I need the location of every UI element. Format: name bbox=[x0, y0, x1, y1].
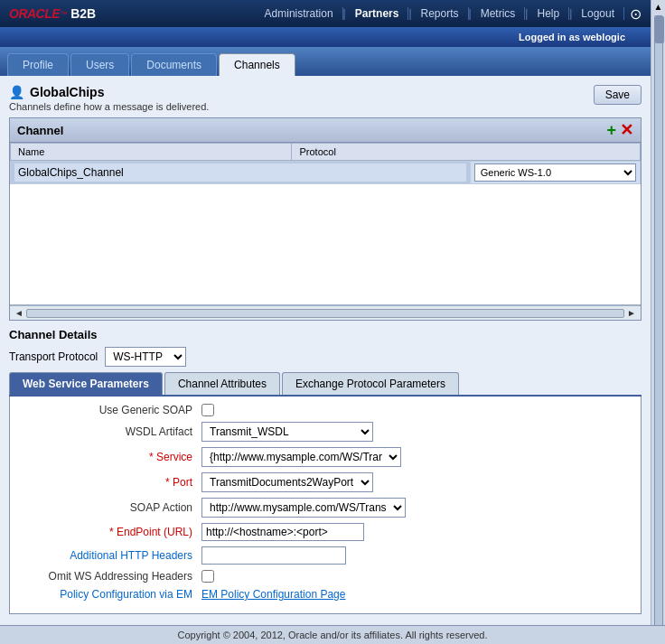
scroll-thumb[interactable] bbox=[655, 16, 664, 43]
service-select[interactable]: {http://www.mysample.com/WS/Trar bbox=[201, 447, 401, 467]
section-description: Channels define how a message is deliver… bbox=[9, 101, 209, 112]
nav-reports[interactable]: Reports bbox=[412, 7, 469, 20]
endpoint-input[interactable] bbox=[201, 523, 364, 541]
additional-headers-row: Additional HTTP Headers bbox=[21, 546, 630, 565]
service-row: Service {http://www.mysample.com/WS/Trar bbox=[21, 447, 630, 467]
logo-tm: ™ bbox=[60, 10, 67, 18]
delete-channel-button[interactable]: ✕ bbox=[620, 122, 633, 138]
section-header: 👤 GlobalChips Channels define how a mess… bbox=[9, 85, 642, 112]
logged-in-bar: Logged in as weblogic bbox=[0, 27, 651, 47]
col-protocol-header: Protocol bbox=[292, 144, 641, 161]
policy-config-row: Policy Configuration via EM EM Policy Co… bbox=[21, 588, 630, 601]
channel-scroll-area[interactable]: Generic WS-1.0 bbox=[10, 161, 641, 305]
channel-table: Name Protocol bbox=[10, 143, 641, 161]
endpoint-row: EndPoint (URL) bbox=[21, 523, 630, 541]
horizontal-scrollbar[interactable]: ◄ ► bbox=[10, 305, 641, 320]
use-generic-soap-checkbox[interactable] bbox=[201, 404, 214, 416]
user-icon: ⊙ bbox=[630, 5, 642, 23]
wsdl-artifact-select[interactable]: Transmit_WSDL bbox=[201, 422, 373, 442]
omit-ws-checkbox[interactable] bbox=[201, 570, 214, 583]
section-title: 👤 GlobalChips bbox=[9, 85, 209, 99]
main-content: 👤 GlobalChips Channels define how a mess… bbox=[0, 76, 651, 644]
protocol-select[interactable]: Generic WS-1.0 bbox=[474, 163, 636, 182]
channel-details-title: Channel Details bbox=[9, 328, 642, 341]
scroll-track[interactable] bbox=[654, 15, 663, 639]
additional-headers-input[interactable] bbox=[201, 546, 346, 565]
channel-protocol-cell: Generic WS-1.0 bbox=[470, 162, 640, 184]
logged-in-prefix: Logged in as bbox=[519, 32, 580, 42]
scroll-left-button[interactable]: ◄ bbox=[12, 308, 26, 318]
main-tab-bar: Profile Users Documents Channels bbox=[0, 47, 651, 76]
tab-documents[interactable]: Documents bbox=[131, 53, 217, 76]
soap-action-label: SOAP Action bbox=[21, 501, 201, 514]
channel-title: Channel bbox=[17, 124, 63, 137]
port-select[interactable]: TransmitDocuments2WayPort bbox=[201, 472, 373, 492]
nav-administration[interactable]: Administration bbox=[256, 7, 343, 20]
add-channel-button[interactable]: + bbox=[606, 122, 616, 138]
sub-tab-bar: Web Service Parameters Channel Attribute… bbox=[9, 372, 642, 397]
soap-action-row: SOAP Action http://www.mysample.com/WS/T… bbox=[21, 498, 630, 518]
footer-text: Copyright © 2004, 2012, Oracle and/or it… bbox=[178, 630, 488, 640]
logo-oracle: ORACLE bbox=[9, 6, 60, 21]
person-icon: 👤 bbox=[9, 85, 24, 99]
scroll-track[interactable] bbox=[26, 309, 624, 318]
subtab-web-service-params[interactable]: Web Service Parameters bbox=[9, 372, 163, 395]
section-title-text: GlobalChips bbox=[30, 85, 104, 99]
service-label: Service bbox=[21, 451, 201, 463]
channel-actions: + ✕ bbox=[606, 122, 633, 138]
channel-section: Channel + ✕ Name Protocol bbox=[9, 117, 642, 321]
channel-data-table: Generic WS-1.0 bbox=[10, 161, 641, 184]
transport-label: Transport Protocol bbox=[9, 350, 98, 363]
subtab-exchange-protocol-params[interactable]: Exchange Protocol Parameters bbox=[282, 372, 459, 395]
nav-links: Administration | Partners | Reports | Me… bbox=[256, 5, 642, 23]
channel-name-input[interactable] bbox=[14, 163, 466, 182]
table-row[interactable]: Generic WS-1.0 bbox=[11, 162, 641, 184]
channel-name-cell bbox=[11, 162, 471, 184]
channel-details: Channel Details Transport Protocol WS-HT… bbox=[9, 328, 642, 614]
subtab-channel-attributes[interactable]: Channel Attributes bbox=[164, 372, 280, 395]
channel-table-wrapper: Name Protocol bbox=[10, 143, 641, 320]
nav-logout[interactable]: Logout bbox=[572, 7, 624, 20]
policy-config-link[interactable]: EM Policy Configuration Page bbox=[201, 588, 345, 601]
use-generic-soap-label: Use Generic SOAP bbox=[21, 404, 201, 416]
tab-channels[interactable]: Channels bbox=[219, 53, 295, 76]
endpoint-label: EndPoint (URL) bbox=[21, 526, 201, 538]
logged-in-user: weblogic bbox=[583, 32, 625, 42]
wsdl-artifact-row: WSDL Artifact Transmit_WSDL bbox=[21, 422, 630, 442]
nav-metrics[interactable]: Metrics bbox=[472, 7, 526, 20]
right-scrollbar[interactable]: ▲ ▼ bbox=[651, 0, 665, 644]
top-navigation: ORACLE™ B2B Administration | Partners | … bbox=[0, 0, 651, 27]
form-panel: Use Generic SOAP WSDL Artifact Transmit_… bbox=[9, 397, 642, 614]
footer: Copyright © 2004, 2012, Oracle and/or it… bbox=[0, 625, 651, 644]
use-generic-soap-row: Use Generic SOAP bbox=[21, 404, 630, 416]
transport-row: Transport Protocol WS-HTTP bbox=[9, 347, 642, 367]
wsdl-artifact-label: WSDL Artifact bbox=[21, 425, 201, 438]
nav-partners[interactable]: Partners bbox=[346, 7, 409, 20]
omit-ws-row: Omit WS Addressing Headers bbox=[21, 570, 630, 583]
save-button[interactable]: Save bbox=[594, 85, 642, 105]
nav-help[interactable]: Help bbox=[528, 7, 569, 20]
port-row: Port TransmitDocuments2WayPort bbox=[21, 472, 630, 492]
scroll-up-button[interactable]: ▲ bbox=[654, 0, 663, 14]
tab-profile[interactable]: Profile bbox=[7, 53, 69, 76]
transport-select[interactable]: WS-HTTP bbox=[105, 347, 186, 367]
logo: ORACLE™ B2B bbox=[9, 6, 96, 21]
tab-users[interactable]: Users bbox=[70, 53, 129, 76]
logo-b2b: B2B bbox=[70, 6, 96, 21]
scroll-right-button[interactable]: ► bbox=[624, 308, 639, 318]
channel-section-header: Channel + ✕ bbox=[10, 118, 641, 143]
soap-action-select[interactable]: http://www.mysample.com/WS/Trans bbox=[201, 498, 406, 518]
col-name-header: Name bbox=[11, 144, 292, 161]
additional-headers-label: Additional HTTP Headers bbox=[21, 549, 201, 562]
port-label: Port bbox=[21, 476, 201, 489]
omit-ws-label: Omit WS Addressing Headers bbox=[21, 570, 201, 583]
policy-config-label: Policy Configuration via EM bbox=[21, 588, 201, 601]
